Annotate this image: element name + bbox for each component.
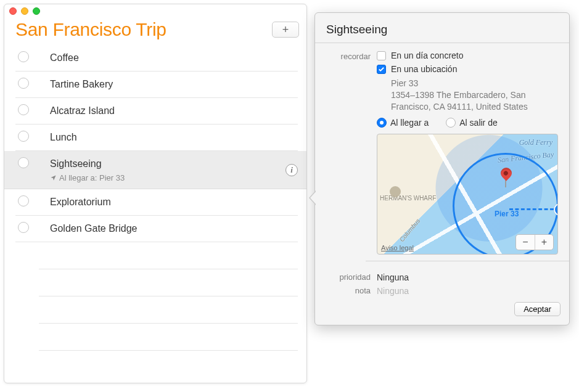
window-titlebar (4, 4, 306, 18)
popover-title: Sightseeing (315, 13, 569, 43)
radio-icon (446, 118, 456, 128)
remind-label: recordar (326, 51, 377, 61)
reminder-row[interactable]: Tartine Bakery (15, 71, 298, 98)
checkbox-icon[interactable] (377, 51, 386, 60)
note-label: nota (326, 286, 377, 295)
radio-on-arrive[interactable]: Al llegar a (377, 118, 429, 128)
map-zoom-in-button[interactable]: + (535, 235, 553, 250)
window-close-button[interactable] (9, 7, 17, 15)
reminder-label: Lunch (50, 125, 298, 150)
map-pin-label: Pier 33 (495, 210, 519, 218)
reminder-row[interactable]: Golden Gate Bridge (15, 216, 298, 242)
window-zoom-button[interactable] (33, 7, 40, 15)
map-label-neighborhood: HERMAN'S WHARF (380, 195, 436, 202)
remind-at-location-option[interactable]: En una ubicación (377, 64, 558, 74)
radio-on-arrive-label: Al llegar a (390, 118, 429, 128)
radio-icon (377, 118, 387, 128)
priority-value[interactable]: Ninguna (377, 272, 409, 282)
checkbox-icon[interactable] (377, 65, 386, 74)
info-icon[interactable]: i (285, 164, 298, 176)
empty-row (39, 324, 298, 351)
map-zoom-controls: − + (515, 234, 554, 250)
reminder-label: Exploratorium (50, 189, 298, 215)
list-title: San Francisco Trip (15, 19, 272, 40)
divider (366, 261, 569, 261)
reminders-list: Coffee Tartine Bakery Alcatraz Island Lu… (4, 43, 306, 351)
map-poi-icon (390, 186, 401, 197)
empty-row (39, 269, 298, 296)
remind-at-location-label: En una ubicación (391, 64, 457, 74)
location-name: Pier 33 (391, 78, 558, 89)
reminder-label: Coffee (50, 45, 298, 71)
complete-checkbox[interactable] (18, 195, 29, 206)
reminder-detail-popover: Sightseeing recordar En un día concreto … (314, 12, 570, 325)
priority-row[interactable]: prioridad Ninguna (326, 272, 558, 282)
reminder-label: Tartine Bakery (50, 71, 298, 97)
radio-on-leave-label: Al salir de (459, 118, 497, 128)
empty-row (39, 242, 298, 269)
window-minimize-button[interactable] (21, 7, 28, 15)
location-arrow-icon (50, 174, 57, 181)
reminder-row[interactable]: Coffee (15, 45, 298, 71)
reminders-window: San Francisco Trip + Coffee Tartine Bake… (4, 4, 307, 383)
reminder-sublabel-text: Al llegar a: Pier 33 (59, 173, 125, 182)
complete-checkbox[interactable] (18, 131, 29, 142)
empty-row (39, 296, 298, 324)
map-label-ferry: Gold Ferry (519, 138, 552, 147)
geofence-trigger-group: Al llegar a Al salir de (377, 118, 558, 128)
priority-label: prioridad (326, 272, 377, 282)
popover-body: recordar En un día concreto En una ubica… (315, 43, 569, 296)
reminder-row[interactable]: Lunch (15, 125, 298, 151)
reminder-row-selected[interactable]: Sightseeing Al llegar a: Pier 33 i (4, 151, 306, 189)
reminder-label: Golden Gate Bridge (50, 216, 298, 242)
radio-on-leave[interactable]: Al salir de (446, 118, 497, 128)
note-row[interactable]: nota Ninguna (326, 286, 558, 296)
popover-footer: Aceptar (315, 300, 569, 325)
note-field[interactable]: Ninguna (377, 286, 409, 296)
add-reminder-button[interactable]: + (272, 22, 299, 38)
remind-on-day-label: En un día concreto (391, 51, 464, 60)
complete-checkbox[interactable] (18, 78, 29, 89)
location-address-text: 1354–1398 The Embarcadero, San Francisco… (391, 89, 558, 113)
map-zoom-out-button[interactable]: − (516, 235, 535, 250)
location-map[interactable]: Gold Ferry San Francisco Bay HERMAN'S WH… (377, 134, 558, 255)
location-address: Pier 33 1354–1398 The Embarcadero, San F… (391, 78, 558, 113)
complete-checkbox[interactable] (18, 51, 29, 62)
map-legal-link[interactable]: Aviso legal (381, 244, 414, 251)
complete-checkbox[interactable] (18, 222, 29, 233)
reminder-sublabel: Al llegar a: Pier 33 (50, 173, 306, 182)
remind-on-day-option[interactable]: En un día concreto (377, 51, 558, 60)
complete-checkbox[interactable] (18, 157, 29, 168)
reminder-row[interactable]: Exploratorium (15, 189, 298, 216)
list-header: San Francisco Trip + (4, 18, 306, 43)
accept-button[interactable]: Aceptar (514, 302, 561, 316)
reminder-row[interactable]: Alcatraz Island (15, 98, 298, 125)
complete-checkbox[interactable] (18, 104, 29, 115)
reminder-label: Alcatraz Island (50, 98, 298, 124)
remind-section: recordar En un día concreto En una ubica… (326, 51, 558, 267)
